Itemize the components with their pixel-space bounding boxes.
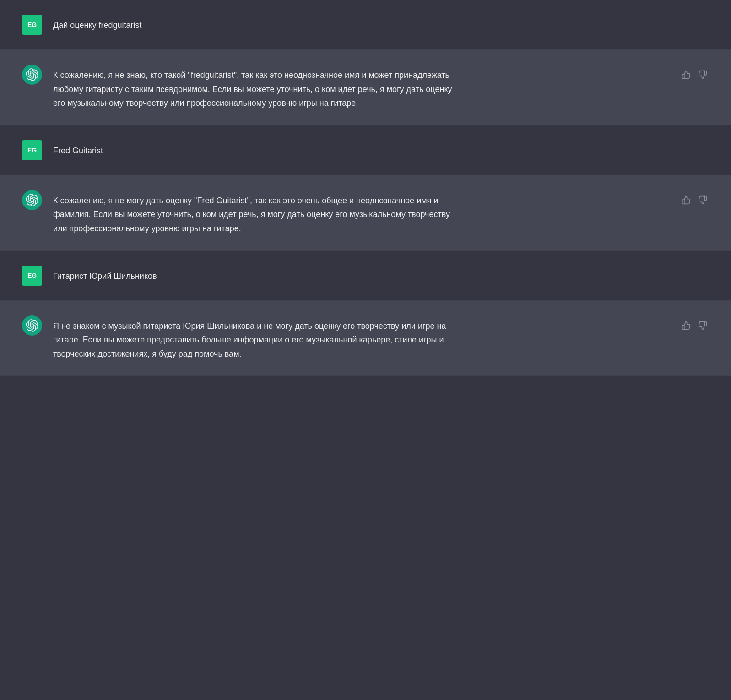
feedback-buttons-1 xyxy=(680,65,709,81)
user-avatar-label-1: EG xyxy=(27,21,37,28)
thumbs-down-button-1[interactable] xyxy=(696,68,709,81)
thumbs-up-icon-2 xyxy=(682,195,691,205)
user-message-text-2: Fred Guitarist xyxy=(53,140,465,158)
chatgpt-logo-icon-3 xyxy=(26,319,38,332)
user-message-3: EG Гитарист Юрий Шильников xyxy=(0,251,731,301)
assistant-message-text-3: Я не знаком с музыкой гитариста Юрия Шил… xyxy=(53,315,465,361)
user-message-1: EG Дай оценку fredguitarist xyxy=(0,0,731,50)
thumbs-down-icon-2 xyxy=(698,195,707,205)
chat-container: EG Дай оценку fredguitarist К сожалению,… xyxy=(0,0,731,376)
user-message-2: EG Fred Guitarist xyxy=(0,125,731,175)
assistant-message-3: Я не знаком с музыкой гитариста Юрия Шил… xyxy=(0,301,731,376)
user-avatar-2: EG xyxy=(22,140,42,160)
assistant-avatar-2 xyxy=(22,190,42,210)
assistant-avatar-3 xyxy=(22,315,42,336)
thumbs-up-icon-1 xyxy=(682,70,691,79)
thumbs-up-button-1[interactable] xyxy=(680,68,693,81)
assistant-message-text-2: К сожалению, я не могу дать оценку "Fred… xyxy=(53,190,465,236)
thumbs-down-icon-3 xyxy=(698,321,707,330)
feedback-buttons-2 xyxy=(680,190,709,206)
user-avatar-3: EG xyxy=(22,266,42,286)
thumbs-up-button-3[interactable] xyxy=(680,319,693,332)
chatgpt-logo-icon-2 xyxy=(26,194,38,206)
thumbs-down-icon-1 xyxy=(698,70,707,79)
thumbs-down-button-2[interactable] xyxy=(696,194,709,206)
assistant-message-2: К сожалению, я не могу дать оценку "Fred… xyxy=(0,175,731,251)
user-message-text-3: Гитарист Юрий Шильников xyxy=(53,266,465,283)
user-avatar-label-2: EG xyxy=(27,147,37,154)
feedback-buttons-3 xyxy=(680,315,709,332)
user-avatar-1: EG xyxy=(22,15,42,35)
user-message-text-1: Дай оценку fredguitarist xyxy=(53,15,465,33)
user-avatar-label-3: EG xyxy=(27,272,37,279)
assistant-message-1: К сожалению, я не знаю, кто такой "fredg… xyxy=(0,50,731,125)
thumbs-up-button-2[interactable] xyxy=(680,194,693,206)
thumbs-down-button-3[interactable] xyxy=(696,319,709,332)
thumbs-up-icon-3 xyxy=(682,321,691,330)
assistant-avatar-1 xyxy=(22,65,42,85)
assistant-message-text-1: К сожалению, я не знаю, кто такой "fredg… xyxy=(53,65,465,110)
chatgpt-logo-icon-1 xyxy=(26,68,38,81)
